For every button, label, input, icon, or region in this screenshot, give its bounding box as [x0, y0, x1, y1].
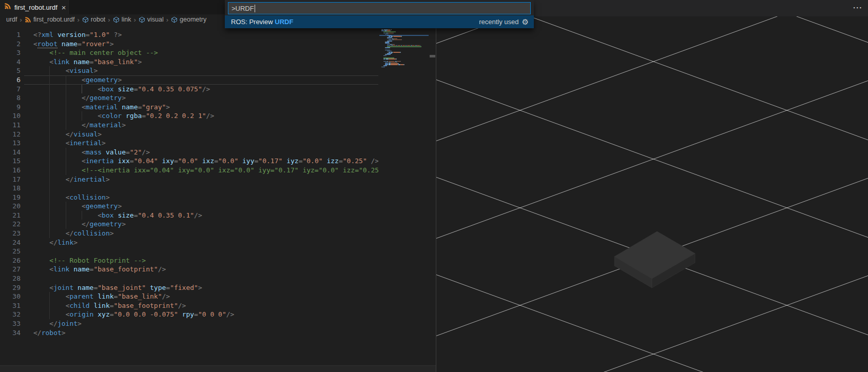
code-text: <collision>	[33, 193, 110, 202]
minimap-line	[386, 54, 390, 55]
minimap-line	[394, 40, 401, 41]
preview-3d-viewport[interactable]	[436, 16, 868, 372]
indent-guide	[66, 75, 66, 85]
code-line-14[interactable]: 14 <mass value="2"/>	[0, 148, 378, 157]
code-text: <color rgba="0.2 0.2 0.2 1"/>	[33, 111, 214, 121]
grid-line	[520, 208, 868, 372]
code-line-8[interactable]: 8 </geometry>	[0, 93, 378, 103]
minimap-line	[391, 64, 398, 65]
code-line-5[interactable]: 5 <visual>	[0, 66, 378, 75]
code-line-27[interactable]: 27 <link name="base_footprint"/>	[0, 265, 378, 274]
code-line-10[interactable]: 10 <color rgba="0.2 0.2 0.2 1"/>	[0, 111, 378, 121]
grid-line	[436, 16, 868, 372]
code-line-4[interactable]: 4 <link name="base_link">	[0, 57, 378, 67]
palette-item-hint: recently used	[479, 18, 518, 26]
code-line-22[interactable]: 22 </geometry>	[0, 220, 378, 229]
indent-guide	[66, 211, 66, 220]
code-text: <?xml version="1.0" ?>	[33, 30, 122, 40]
minimap-line	[392, 41, 392, 42]
text-cursor	[255, 5, 255, 12]
code-line-12[interactable]: 12 </visual>	[0, 130, 378, 139]
code-text: <inertia ixx="0.04" ixy="0.0" ixz="0.0" …	[33, 156, 378, 166]
code-line-25[interactable]: 25	[0, 247, 378, 256]
line-number: 5	[0, 66, 21, 75]
command-input-value: >URDF	[232, 5, 254, 12]
code-line-29[interactable]: 29 <joint name="base_joint" type="fixed"…	[0, 283, 378, 292]
breadcrumb-item-geometry[interactable]: geometry	[171, 16, 206, 23]
minimap[interactable]	[379, 25, 429, 372]
code-text: <!-- Robot Footprint -->	[33, 256, 146, 265]
code-line-13[interactable]: 13 <inertial>	[0, 139, 378, 148]
breadcrumb-item-link[interactable]: link	[113, 16, 131, 23]
minimap-line	[401, 36, 402, 37]
code-line-19[interactable]: 19 <collision>	[0, 193, 378, 202]
code-line-17[interactable]: 17 </inertial>	[0, 175, 378, 184]
close-icon[interactable]: ×	[62, 4, 66, 11]
code-line-24[interactable]: 24 </link>	[0, 238, 378, 247]
grid-line	[436, 16, 868, 372]
horizontal-scrollbar[interactable]	[0, 365, 436, 372]
code-text	[33, 247, 49, 256]
code-line-16[interactable]: 16 <!--<inertia ixx="0.04" ixy="0.0" ixz…	[0, 166, 378, 175]
minimap-line	[386, 55, 387, 56]
code-text: <!-- main center object -->	[33, 48, 158, 57]
palette-item-ros-preview-urdf[interactable]: ROS: Preview URDF recently used ⚙	[225, 15, 534, 28]
indent-guide	[49, 310, 50, 319]
code-text: <link name="base_footprint"/>	[33, 265, 166, 274]
code-text: <joint name="base_joint" type="fixed">	[33, 283, 202, 292]
indent-guide	[49, 103, 50, 112]
line-number: 19	[0, 193, 21, 202]
code-line-20[interactable]: 20 <geometry>	[0, 202, 378, 211]
indent-guide	[49, 66, 50, 75]
grid-line	[436, 16, 868, 372]
line-number: 33	[0, 319, 21, 328]
breadcrumb-item-first_robot-urdf[interactable]: first_robot.urdf	[25, 16, 75, 23]
code-line-9[interactable]: 9 <material name="gray">	[0, 103, 378, 112]
code-line-26[interactable]: 26 <!-- Robot Footprint -->	[0, 256, 378, 265]
indent-guide	[82, 85, 82, 94]
code-editor[interactable]: 1<?xml version="1.0" ?>2<robot name="rov…	[0, 25, 436, 372]
palette-item-label: ROS: Preview URDF	[231, 18, 293, 26]
code-line-28[interactable]: 28	[0, 274, 378, 283]
indent-guide	[49, 156, 50, 166]
breadcrumb-item-visual[interactable]: visual	[139, 16, 164, 23]
code-line-30[interactable]: 30 <parent link="base_link"/>	[0, 292, 378, 301]
code-line-15[interactable]: 15 <inertia ixx="0.04" ixy="0.0" ixz="0.…	[0, 156, 378, 166]
line-number: 14	[0, 148, 21, 157]
line-number: 3	[0, 48, 21, 57]
code-line-21[interactable]: 21 <box size="0.4 0.35 0.1"/>	[0, 211, 378, 220]
breadcrumb-item-urdf[interactable]: urdf	[6, 16, 17, 23]
command-input[interactable]: >URDF	[228, 2, 531, 14]
code-line-6[interactable]: 6 <geometry>	[0, 75, 378, 85]
minimap-line	[390, 47, 390, 48]
tab-first-robot-urdf[interactable]: first_robot.urdf ×	[0, 0, 69, 14]
minimap-line	[393, 52, 400, 53]
code-line-33[interactable]: 33 </joint>	[0, 319, 378, 328]
code-line-3[interactable]: 3 <!-- main center object -->	[0, 48, 378, 57]
more-actions-icon[interactable]: ⋯	[853, 2, 863, 13]
minimap-line	[400, 52, 401, 53]
line-number: 21	[0, 211, 21, 220]
indent-guide	[66, 156, 66, 166]
code-line-2[interactable]: 2<robot name="rover">	[0, 40, 378, 49]
code-text: </robot>	[33, 328, 66, 338]
code-line-23[interactable]: 23 </collision>	[0, 229, 378, 238]
code-line-32[interactable]: 32 <origin xyz="0.0 0.0 -0.075" rpy="0 0…	[0, 310, 378, 319]
line-number: 17	[0, 175, 21, 184]
line-number: 1	[0, 30, 21, 40]
code-line-7[interactable]: 7 <box size="0.4 0.35 0.075"/>	[0, 85, 378, 94]
code-line-18[interactable]: 18	[0, 184, 378, 193]
vertical-scrollbar[interactable]	[429, 25, 436, 372]
code-text: </material>	[33, 121, 126, 130]
breadcrumb-separator: ›	[108, 16, 110, 24]
code-line-11[interactable]: 11 </material>	[0, 121, 378, 130]
line-number: 16	[0, 166, 21, 175]
gear-icon[interactable]: ⚙	[522, 17, 529, 27]
indent-guide	[66, 93, 66, 103]
code-line-31[interactable]: 31 <child link="base_footprint"/>	[0, 301, 378, 310]
indent-guide	[49, 121, 50, 130]
code-lines: 1<?xml version="1.0" ?>2<robot name="rov…	[0, 25, 378, 337]
breadcrumb-item-robot[interactable]: robot	[82, 16, 106, 23]
code-line-1[interactable]: 1<?xml version="1.0" ?>	[0, 30, 378, 40]
code-line-34[interactable]: 34</robot>	[0, 328, 378, 338]
